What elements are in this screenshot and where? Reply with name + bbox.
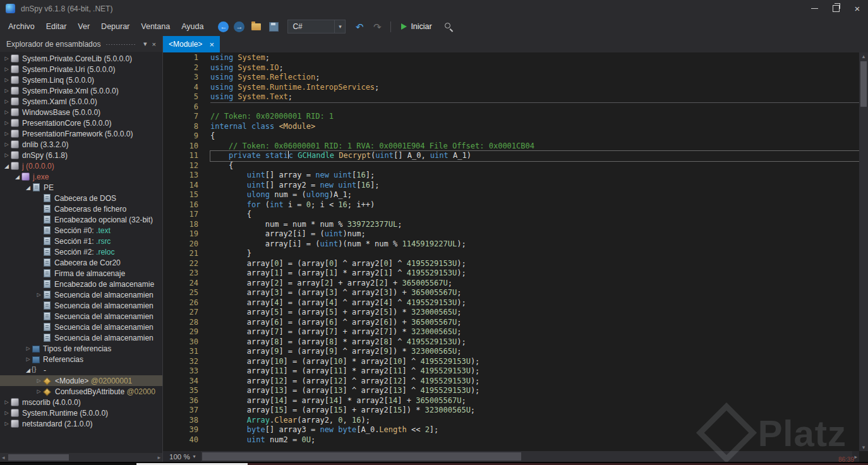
code-line[interactable]: 22 array[0] = (array[0] ^ array2[0] ^ 41… [163, 259, 859, 269]
tree-item[interactable]: ▷System.Runtime (5.0.0.0) [0, 408, 162, 418]
sidebar-horizontal-scrollbar[interactable]: ◂ ▸ [0, 453, 162, 462]
tree-item[interactable]: ▷PresentationFramework (5.0.0.0) [0, 128, 162, 139]
navigate-forward-button[interactable]: → [234, 21, 244, 32]
code-line[interactable]: 39 byte[] array3 = new byte[A_0.Length <… [163, 425, 859, 435]
code-line[interactable]: 35 array[13] = (array[13] ^ array2[13] ^… [163, 386, 859, 396]
tree-item[interactable]: Secuencia del almacenamien [0, 332, 162, 343]
tree-item[interactable]: ▷Tipos de referencias [0, 343, 162, 354]
expander-icon[interactable]: ▷ [24, 356, 32, 362]
editor-horizontal-scrollbar[interactable]: ▸ [201, 451, 859, 462]
open-button[interactable] [248, 19, 263, 34]
code-line[interactable]: 25 array[3] = (array[3] ^ array2[3]) + 3… [163, 288, 859, 298]
code-line[interactable]: 33 array[11] = (array[11] * array2[11] ^… [163, 366, 859, 377]
menu-item-ventana[interactable]: Ventana [135, 20, 176, 33]
expander-icon[interactable]: ▷ [3, 77, 11, 83]
menu-item-editar[interactable]: Editar [40, 20, 73, 33]
start-debug-button[interactable]: Iniciar [397, 20, 436, 33]
tree-item[interactable]: Cabeceras de fichero [0, 203, 162, 214]
code-line[interactable]: 38 Array.Clear(array2, 0, 16); [163, 416, 859, 426]
tree-item[interactable]: ▷System.Private.Uri (5.0.0.0) [0, 64, 162, 75]
expander-icon[interactable]: ▷ [3, 142, 11, 147]
expander-icon[interactable]: ▷ [3, 99, 11, 104]
expander-icon[interactable]: ▷ [35, 292, 43, 298]
tree-item[interactable]: Encabezado opcional (32-bit) [0, 214, 162, 225]
code-line[interactable]: 19 array2[i] = (uint)num; [163, 229, 859, 239]
code-line[interactable]: 26 array[4] = (array[4] ^ array2[4] ^ 41… [163, 298, 859, 308]
tree-item[interactable]: ▷System.Xaml (5.0.0.0) [0, 96, 162, 107]
tree-item[interactable]: ▷<Module> @02000001 [0, 375, 162, 386]
expander-icon[interactable]: ▷ [3, 109, 11, 115]
code-line[interactable]: 16 for (int i = 0; i < 16; i++) [163, 200, 859, 210]
expander-icon[interactable]: ▷ [3, 410, 11, 416]
code-line[interactable]: 13 uint[] array = new uint[16]; [163, 171, 859, 181]
code-line[interactable]: 30 array[8] = (array[8] * array2[8] ^ 41… [163, 337, 859, 347]
redo-button[interactable]: ↷ [370, 19, 385, 34]
tab-close-icon[interactable]: × [209, 40, 214, 49]
vertical-scrollbar[interactable]: ▴ ▾ [859, 52, 868, 451]
code-line[interactable]: 6 [163, 102, 859, 112]
expander-icon[interactable]: ▷ [35, 389, 43, 394]
expander-icon[interactable]: ▷ [3, 152, 11, 158]
undo-button[interactable]: ↶ [352, 19, 367, 34]
tree-item[interactable]: Sección #1: .rsrc [0, 236, 162, 246]
code-line[interactable]: 37 array[15] = (array[15] + array2[15]) … [163, 406, 859, 416]
code-line[interactable]: 32 array[10] = (array[10] * array2[10] ^… [163, 357, 859, 367]
search-button[interactable] [439, 19, 454, 34]
code-line[interactable]: 36 array[14] = array[14] * array2[14] + … [163, 396, 859, 406]
code-line[interactable]: 21 } [163, 249, 859, 259]
tree-item[interactable]: ▷System.Private.CoreLib (5.0.0.0) [0, 53, 162, 64]
scrollbar-thumb[interactable] [8, 454, 69, 461]
code-view[interactable]: 1using System;2using System.IO;3using Sy… [163, 52, 859, 451]
expander-icon[interactable]: ▷ [3, 56, 11, 61]
scroll-left-icon[interactable]: ◂ [0, 454, 7, 461]
tree-item[interactable]: Cabecera de DOS [0, 193, 162, 203]
code-line[interactable]: 15 ulong num = (ulong)A_1; [163, 190, 859, 200]
scroll-down-icon[interactable]: ▾ [860, 444, 867, 451]
code-line[interactable]: 10 // Token: 0x06000001 RID: 1 RVA: 0x00… [163, 142, 859, 152]
expander-icon[interactable]: ◢ [13, 174, 21, 180]
code-line[interactable]: 14 uint[] array2 = new uint[16]; [163, 181, 859, 191]
scroll-up-icon[interactable]: ▴ [860, 52, 867, 60]
code-line[interactable]: 31 array[9] = (array[9] ^ array2[9]) * 3… [163, 347, 859, 357]
code-line[interactable]: 2using System.IO; [163, 63, 859, 73]
tree-item[interactable]: Secuencia del almacenamien [0, 322, 162, 332]
tree-item[interactable]: ▷Secuencia del almacenamien [0, 289, 162, 300]
expander-icon[interactable]: ▷ [3, 66, 11, 72]
tree-item[interactable]: ◢j (0.0.0.0) [0, 160, 162, 171]
tab-module[interactable]: <Module> × [163, 36, 220, 52]
code-line[interactable]: 7// Token: 0x02000001 RID: 1 [163, 112, 859, 122]
tree-item[interactable]: ◢- [0, 365, 162, 375]
save-all-button[interactable] [266, 19, 281, 34]
tree-item[interactable]: ▷System.Linq (5.0.0.0) [0, 75, 162, 85]
close-button[interactable]: × [847, 0, 868, 17]
expander-icon[interactable]: ▷ [3, 131, 11, 136]
tree-item[interactable]: Secuencia del almacenamien [0, 300, 162, 311]
tree-item[interactable]: ▷PresentationCore (5.0.0.0) [0, 118, 162, 128]
tree-item[interactable]: ◢j.exe [0, 171, 162, 182]
code-line[interactable]: 17 { [163, 210, 859, 220]
code-line[interactable]: 28 array[6] = (array[6] ^ array2[6]) + 3… [163, 318, 859, 328]
restore-button[interactable] [825, 0, 847, 17]
expander-icon[interactable]: ▷ [3, 88, 11, 94]
expander-icon[interactable]: ▷ [3, 120, 11, 126]
menu-item-ver[interactable]: Ver [72, 20, 95, 33]
code-line[interactable]: 5using System.Text; [163, 92, 859, 102]
scrollbar-track[interactable] [859, 60, 868, 444]
tree-item[interactable]: ▷netstandard (2.1.0.0) [0, 418, 162, 429]
tree-item[interactable]: ▷System.Private.Xml (5.0.0.0) [0, 85, 162, 96]
code-line[interactable]: 11 private static GCHandle Decrypt(uint[… [163, 151, 859, 161]
expander-icon[interactable]: ◢ [24, 184, 32, 191]
zoom-control[interactable]: 100 % ▾ [163, 451, 201, 462]
tree-item[interactable]: Secuencia del almacenamien [0, 311, 162, 322]
tree-item[interactable]: ▷dnSpy (6.1.8) [0, 150, 162, 160]
tree-item[interactable]: ◢PE [0, 182, 162, 193]
code-line[interactable]: 24 array[2] = array[2] + array2[2] + 365… [163, 279, 859, 289]
expander-icon[interactable]: ▷ [24, 346, 32, 351]
code-line[interactable]: 9{ [163, 131, 859, 142]
scrollbar-track[interactable] [201, 451, 853, 462]
scrollbar-thumb[interactable] [860, 61, 867, 107]
expander-icon[interactable]: ▷ [3, 399, 11, 405]
code-line[interactable]: 8internal class <Module> [163, 122, 859, 132]
menu-item-depurar[interactable]: Depurar [95, 20, 135, 33]
code-line[interactable]: 20 array[i] = (uint)(num * num % 1145919… [163, 239, 859, 250]
